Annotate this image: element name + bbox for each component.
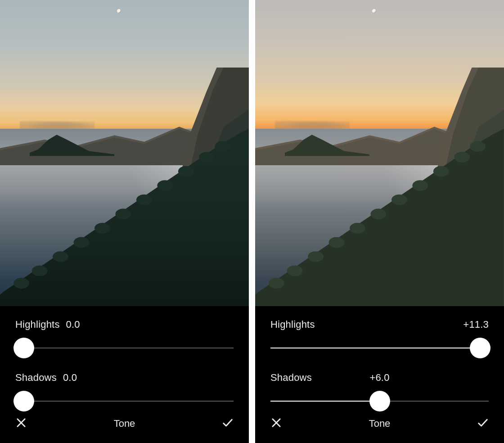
highlights-label: Highlights: [270, 319, 315, 330]
shadows-slider[interactable]: [15, 391, 234, 411]
check-icon: [477, 416, 489, 431]
svg-point-2: [178, 166, 194, 176]
svg-point-16: [371, 208, 387, 219]
slider-thumb[interactable]: [14, 338, 34, 358]
highlights-label: Highlights: [15, 319, 60, 330]
cancel-button[interactable]: [269, 416, 284, 431]
footer-title: Tone: [369, 418, 391, 429]
shadows-label: Shadows: [270, 372, 312, 384]
preview-image: [0, 0, 249, 306]
moon: [372, 9, 376, 13]
svg-point-20: [287, 265, 303, 276]
footer: Tone: [0, 411, 249, 443]
svg-point-18: [329, 237, 345, 248]
svg-point-7: [74, 237, 90, 248]
slider-track: [15, 401, 234, 402]
highlights-head: Highlights +11.3: [270, 319, 489, 330]
slider-thumb[interactable]: [14, 391, 34, 411]
footer: Tone: [255, 411, 504, 443]
shadows-row: Shadows 0.0: [15, 372, 234, 411]
footer-title: Tone: [114, 418, 135, 429]
editor-panel-before: Highlights 0.0 Shadows 0.0: [0, 0, 249, 443]
highlights-row: Highlights 0.0: [15, 319, 234, 358]
svg-point-13: [433, 166, 449, 176]
close-icon: [15, 416, 27, 431]
svg-point-10: [14, 278, 29, 289]
check-icon: [221, 416, 234, 431]
slider-active: [270, 401, 380, 402]
svg-point-14: [413, 180, 428, 191]
forest-foreground: [255, 129, 504, 306]
svg-point-6: [94, 223, 110, 234]
moon: [117, 9, 121, 13]
highlights-slider[interactable]: [15, 338, 234, 358]
shadows-value: +6.0: [369, 372, 389, 384]
svg-point-17: [350, 223, 365, 234]
slider-thumb[interactable]: [369, 391, 390, 411]
slider-track: [15, 348, 234, 348]
svg-point-15: [392, 194, 407, 205]
highlights-value: +11.3: [463, 319, 489, 330]
svg-point-0: [215, 141, 231, 152]
shadows-head: Shadows +6.0: [270, 372, 489, 384]
svg-point-5: [116, 208, 131, 219]
highlights-slider[interactable]: [270, 338, 489, 358]
preview-image: [255, 0, 504, 306]
svg-point-1: [199, 152, 215, 163]
controls: Highlights +11.3 Shadows +6.0: [255, 306, 504, 411]
slider-track: [270, 348, 489, 348]
svg-point-9: [32, 265, 48, 276]
svg-point-8: [53, 251, 69, 262]
svg-point-21: [269, 278, 284, 289]
editor-panel-after: Highlights +11.3 Shadows +6.0: [255, 0, 504, 443]
shadows-slider[interactable]: [270, 391, 489, 411]
shadows-value: 0.0: [63, 372, 77, 384]
shadows-head: Shadows 0.0: [15, 372, 234, 384]
shadows-label: Shadows: [15, 372, 57, 384]
highlights-head: Highlights 0.0: [15, 319, 234, 330]
slider-thumb[interactable]: [470, 338, 490, 358]
shadows-row: Shadows +6.0: [270, 372, 489, 411]
confirm-button[interactable]: [475, 416, 490, 431]
svg-point-3: [158, 180, 173, 191]
cancel-button[interactable]: [14, 416, 29, 431]
close-icon: [270, 416, 283, 431]
confirm-button[interactable]: [220, 416, 235, 431]
svg-point-4: [136, 194, 152, 205]
highlights-value: 0.0: [66, 319, 80, 330]
svg-point-12: [454, 152, 470, 163]
svg-point-11: [470, 141, 486, 152]
svg-point-19: [308, 251, 324, 262]
highlights-row: Highlights +11.3: [270, 319, 489, 358]
controls: Highlights 0.0 Shadows 0.0: [0, 306, 249, 411]
forest-foreground: [0, 129, 249, 306]
slider-active: [270, 348, 476, 348]
